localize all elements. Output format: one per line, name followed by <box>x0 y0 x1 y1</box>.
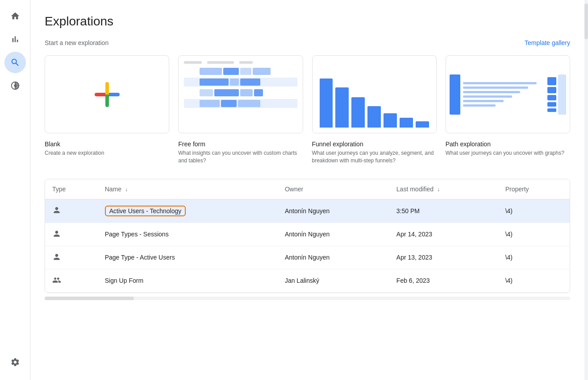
explorations-table-container: Type Name ↓ Owner Last modified ↓ Proper <box>45 179 570 293</box>
blank-label-group: Blank Create a new exploration <box>45 140 169 165</box>
plus-icon <box>95 82 120 107</box>
row-owner: Jan Lalinský <box>278 269 389 292</box>
row-type <box>45 269 98 292</box>
col-owner: Owner <box>278 179 389 199</box>
cards-row <box>45 55 570 133</box>
explorations-table: Type Name ↓ Owner Last modified ↓ Proper <box>45 179 570 293</box>
col-name[interactable]: Name ↓ <box>98 179 278 199</box>
header-row: Start a new exploration Template gallery <box>45 39 570 46</box>
freeform-card[interactable] <box>178 55 303 133</box>
name-sort-icon: ↓ <box>125 186 128 193</box>
table-row[interactable]: Page Type - Active Users Antonín Nguyen … <box>45 246 570 269</box>
row-last-modified: Feb 6, 2023 <box>389 269 498 292</box>
row-owner: Antonín Nguyen <box>278 199 389 223</box>
row-type <box>45 246 98 269</box>
freeform-desc: What insights can you uncover with custo… <box>178 149 303 165</box>
row-type <box>45 223 98 246</box>
row-owner: Antonín Nguyen <box>278 223 389 246</box>
sidebar-item-explore[interactable] <box>4 52 26 73</box>
blank-title: Blank <box>45 140 169 148</box>
path-label-group: Path exploration What user journeys can … <box>446 140 570 165</box>
sidebar-item-reports[interactable] <box>4 29 26 50</box>
highlighted-name: Active Users - Technology <box>105 206 186 216</box>
col-property: Property <box>498 179 570 199</box>
blank-desc: Create a new exploration <box>45 149 169 157</box>
path-preview <box>446 56 570 133</box>
card-labels: Blank Create a new exploration Free form… <box>45 140 570 165</box>
funnel-label-group: Funnel exploration What user journeys ca… <box>312 140 437 165</box>
template-gallery-link[interactable]: Template gallery <box>525 39 570 46</box>
row-name: Sign Up Form <box>98 269 278 292</box>
path-desc: What user journeys can you uncover with … <box>446 149 570 157</box>
subtitle: Start a new exploration <box>45 39 108 46</box>
row-last-modified: Apr 14, 2023 <box>389 223 498 246</box>
sidebar-item-advertising[interactable] <box>4 75 26 96</box>
user-icon <box>52 206 61 215</box>
row-property: \4) <box>498 199 570 223</box>
horizontal-scrollbar[interactable] <box>45 297 570 300</box>
row-owner: Antonín Nguyen <box>278 246 389 269</box>
col-last-modified[interactable]: Last modified ↓ <box>389 179 498 199</box>
horizontal-scrollbar-thumb <box>45 297 134 300</box>
table-header-row: Type Name ↓ Owner Last modified ↓ Proper <box>45 179 570 199</box>
vertical-scrollbar[interactable] <box>584 0 588 380</box>
row-last-modified: 3:50 PM <box>389 199 498 223</box>
group-icon <box>52 276 61 285</box>
vertical-scrollbar-thumb <box>584 4 588 39</box>
row-name: Page Types - Sessions <box>98 223 278 246</box>
path-title: Path exploration <box>446 140 570 148</box>
table-row[interactable]: Active Users - Technology Antonín Nguyen… <box>45 199 570 223</box>
row-property: \4) <box>498 269 570 292</box>
last-modified-sort-icon: ↓ <box>437 186 440 193</box>
funnel-preview <box>313 56 436 133</box>
user-icon <box>52 229 61 238</box>
row-name: Page Type - Active Users <box>98 246 278 269</box>
sidebar-item-home[interactable] <box>4 5 26 27</box>
col-type: Type <box>45 179 98 199</box>
main-content: Explorations Start a new exploration Tem… <box>30 0 588 380</box>
table-row[interactable]: Page Types - Sessions Antonín Nguyen Apr… <box>45 223 570 246</box>
blank-card[interactable] <box>45 55 169 133</box>
funnel-desc: What user journeys can you analyze, segm… <box>312 149 437 165</box>
sidebar <box>0 0 30 380</box>
sidebar-item-settings[interactable] <box>4 351 26 373</box>
row-last-modified: Apr 13, 2023 <box>389 246 498 269</box>
funnel-card[interactable] <box>312 55 437 133</box>
table-row[interactable]: Sign Up Form Jan Lalinský Feb 6, 2023 \4… <box>45 269 570 292</box>
row-type <box>45 199 98 223</box>
funnel-title: Funnel exploration <box>312 140 437 148</box>
page-title: Explorations <box>45 14 570 29</box>
freeform-title: Free form <box>178 140 303 148</box>
row-property: \4) <box>498 223 570 246</box>
row-property: \4) <box>498 246 570 269</box>
freeform-label-group: Free form What insights can you uncover … <box>178 140 303 165</box>
freeform-preview <box>179 56 302 133</box>
user-icon <box>52 252 61 261</box>
path-card[interactable] <box>446 55 570 133</box>
row-name: Active Users - Technology <box>98 199 278 223</box>
